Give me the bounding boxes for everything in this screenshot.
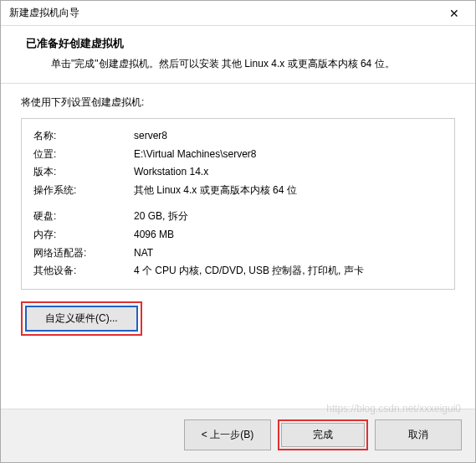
- label-name: 名称:: [33, 127, 134, 146]
- row-disk: 硬盘: 20 GB, 拆分: [33, 208, 443, 226]
- value-location: E:\Virtual Machines\server8: [134, 146, 443, 164]
- wizard-dialog: 新建虚拟机向导 ✕ 已准备好创建虚拟机 单击"完成"创建虚拟机。然后可以安装 其…: [0, 0, 476, 463]
- header: 已准备好创建虚拟机 单击"完成"创建虚拟机。然后可以安装 其他 Linux 4.…: [1, 26, 475, 83]
- value-other: 4 个 CPU 内核, CD/DVD, USB 控制器, 打印机, 声卡: [134, 262, 443, 280]
- value-network: NAT: [134, 244, 443, 263]
- label-other: 其他设备:: [33, 262, 134, 280]
- row-other: 其他设备: 4 个 CPU 内核, CD/DVD, USB 控制器, 打印机, …: [33, 262, 443, 280]
- value-name: server8: [134, 127, 443, 146]
- label-version: 版本:: [33, 163, 134, 182]
- footer: < 上一步(B) 完成 取消: [1, 409, 475, 462]
- label-network: 网络适配器:: [33, 244, 134, 263]
- row-network: 网络适配器: NAT: [33, 244, 443, 263]
- value-disk: 20 GB, 拆分: [134, 208, 443, 226]
- row-os: 操作系统: 其他 Linux 4.x 或更高版本内核 64 位: [33, 182, 443, 200]
- close-icon[interactable]: ✕: [442, 7, 467, 20]
- row-memory: 内存: 4096 MB: [33, 226, 443, 244]
- value-os: 其他 Linux 4.x 或更高版本内核 64 位: [134, 182, 443, 200]
- label-memory: 内存:: [33, 226, 134, 244]
- label-location: 位置:: [33, 146, 134, 164]
- label-os: 操作系统:: [33, 182, 134, 200]
- content-area: 将使用下列设置创建虚拟机: 名称: server8 位置: E:\Virtual…: [1, 84, 475, 409]
- row-location: 位置: E:\Virtual Machines\server8: [33, 146, 443, 164]
- cancel-button[interactable]: 取消: [375, 419, 462, 450]
- value-memory: 4096 MB: [134, 226, 443, 244]
- row-name: 名称: server8: [33, 127, 443, 146]
- summary-box: 名称: server8 位置: E:\Virtual Machines\serv…: [21, 118, 455, 290]
- finish-highlight: 完成: [278, 419, 368, 450]
- finish-button[interactable]: 完成: [281, 423, 365, 447]
- value-version: Workstation 14.x: [134, 163, 443, 182]
- header-title: 已准备好创建虚拟机: [26, 36, 455, 51]
- customize-hardware-button[interactable]: 自定义硬件(C)...: [25, 306, 138, 332]
- label-disk: 硬盘:: [33, 208, 134, 226]
- window-title: 新建虚拟机向导: [9, 6, 79, 20]
- back-button[interactable]: < 上一步(B): [184, 419, 271, 450]
- row-version: 版本: Workstation 14.x: [33, 163, 443, 182]
- header-description: 单击"完成"创建虚拟机。然后可以安装 其他 Linux 4.x 或更高版本内核 …: [26, 56, 455, 71]
- customize-highlight: 自定义硬件(C)...: [21, 301, 142, 336]
- titlebar: 新建虚拟机向导 ✕: [1, 1, 475, 26]
- settings-subtitle: 将使用下列设置创建虚拟机:: [21, 95, 455, 110]
